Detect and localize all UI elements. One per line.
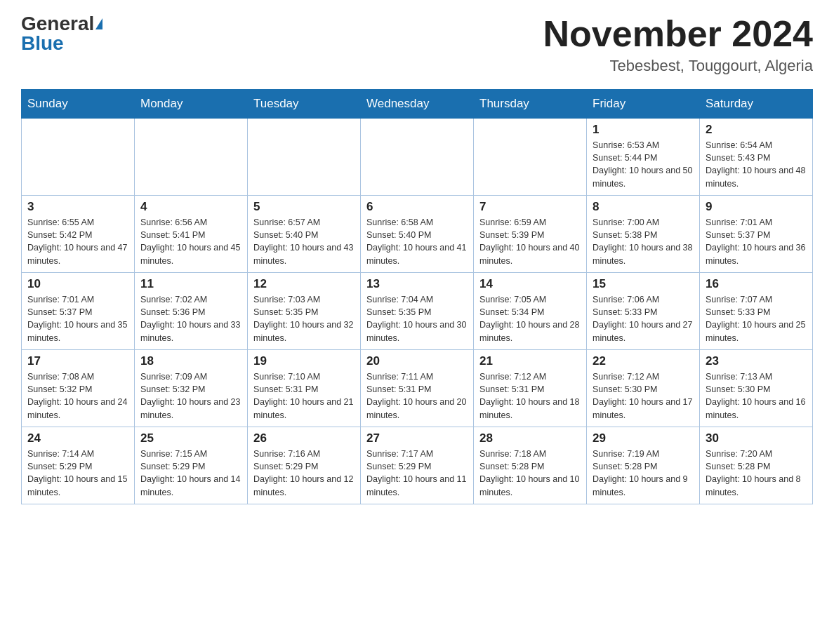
day-number: 22 — [593, 354, 694, 368]
day-number: 6 — [366, 200, 468, 214]
calendar-cell — [361, 119, 474, 196]
day-info: Sunrise: 7:15 AMSunset: 5:29 PMDaylight:… — [140, 448, 241, 499]
calendar-cell: 4Sunrise: 6:56 AMSunset: 5:41 PMDaylight… — [135, 196, 248, 273]
calendar-cell: 30Sunrise: 7:20 AMSunset: 5:28 PMDayligh… — [700, 427, 813, 504]
day-number: 18 — [140, 354, 241, 368]
day-info: Sunrise: 7:00 AMSunset: 5:38 PMDaylight:… — [593, 216, 694, 267]
logo: General Blue — [21, 14, 102, 53]
weekday-header-saturday: Saturday — [700, 90, 813, 119]
day-info: Sunrise: 7:12 AMSunset: 5:30 PMDaylight:… — [593, 370, 694, 422]
day-info: Sunrise: 7:08 AMSunset: 5:32 PMDaylight:… — [27, 370, 128, 422]
calendar-cell — [135, 119, 248, 196]
weekday-header-friday: Friday — [587, 90, 700, 119]
day-number: 7 — [479, 200, 581, 214]
day-number: 10 — [27, 277, 128, 291]
calendar-cell: 22Sunrise: 7:12 AMSunset: 5:30 PMDayligh… — [587, 350, 700, 427]
day-number: 1 — [593, 123, 694, 137]
day-number: 3 — [27, 200, 128, 214]
calendar-cell: 16Sunrise: 7:07 AMSunset: 5:33 PMDayligh… — [700, 273, 813, 350]
day-info: Sunrise: 7:12 AMSunset: 5:31 PMDaylight:… — [479, 370, 581, 422]
day-number: 2 — [706, 123, 807, 137]
day-info: Sunrise: 6:59 AMSunset: 5:39 PMDaylight:… — [479, 216, 581, 267]
day-info: Sunrise: 7:02 AMSunset: 5:36 PMDaylight:… — [140, 293, 241, 344]
calendar-cell — [22, 119, 135, 196]
day-number: 14 — [479, 277, 581, 291]
calendar-cell: 2Sunrise: 6:54 AMSunset: 5:43 PMDaylight… — [700, 119, 813, 196]
title-section: November 2024 Tebesbest, Touggourt, Alge… — [543, 14, 813, 75]
day-info: Sunrise: 7:20 AMSunset: 5:28 PMDaylight:… — [706, 448, 807, 499]
day-info: Sunrise: 7:10 AMSunset: 5:31 PMDaylight:… — [253, 370, 355, 422]
calendar-cell: 27Sunrise: 7:17 AMSunset: 5:29 PMDayligh… — [361, 427, 474, 504]
calendar-cell: 26Sunrise: 7:16 AMSunset: 5:29 PMDayligh… — [248, 427, 361, 504]
day-info: Sunrise: 6:56 AMSunset: 5:41 PMDaylight:… — [140, 216, 241, 267]
day-info: Sunrise: 7:07 AMSunset: 5:33 PMDaylight:… — [706, 293, 807, 344]
day-number: 5 — [253, 200, 355, 214]
calendar-cell: 28Sunrise: 7:18 AMSunset: 5:28 PMDayligh… — [474, 427, 587, 504]
weekday-header-tuesday: Tuesday — [248, 90, 361, 119]
day-info: Sunrise: 6:55 AMSunset: 5:42 PMDaylight:… — [27, 216, 128, 267]
day-number: 8 — [593, 200, 694, 214]
page-header: General Blue November 2024 Tebesbest, To… — [21, 14, 813, 75]
day-info: Sunrise: 6:53 AMSunset: 5:44 PMDaylight:… — [593, 139, 694, 190]
day-info: Sunrise: 7:13 AMSunset: 5:30 PMDaylight:… — [706, 370, 807, 422]
calendar-cell: 7Sunrise: 6:59 AMSunset: 5:39 PMDaylight… — [474, 196, 587, 273]
calendar-cell: 18Sunrise: 7:09 AMSunset: 5:32 PMDayligh… — [135, 350, 248, 427]
weekday-header-thursday: Thursday — [474, 90, 587, 119]
weekday-header-wednesday: Wednesday — [361, 90, 474, 119]
calendar-cell: 11Sunrise: 7:02 AMSunset: 5:36 PMDayligh… — [135, 273, 248, 350]
calendar-cell: 24Sunrise: 7:14 AMSunset: 5:29 PMDayligh… — [22, 427, 135, 504]
day-number: 25 — [140, 431, 241, 445]
day-number: 28 — [479, 431, 581, 445]
calendar-cell: 3Sunrise: 6:55 AMSunset: 5:42 PMDaylight… — [22, 196, 135, 273]
weekday-header-monday: Monday — [135, 90, 248, 119]
day-number: 17 — [27, 354, 128, 368]
weekday-header-row: SundayMondayTuesdayWednesdayThursdayFrid… — [22, 90, 813, 119]
day-number: 30 — [706, 431, 807, 445]
day-info: Sunrise: 7:09 AMSunset: 5:32 PMDaylight:… — [140, 370, 241, 422]
week-row-2: 3Sunrise: 6:55 AMSunset: 5:42 PMDaylight… — [22, 196, 813, 273]
calendar-cell: 10Sunrise: 7:01 AMSunset: 5:37 PMDayligh… — [22, 273, 135, 350]
calendar-cell: 6Sunrise: 6:58 AMSunset: 5:40 PMDaylight… — [361, 196, 474, 273]
day-info: Sunrise: 6:58 AMSunset: 5:40 PMDaylight:… — [366, 216, 468, 267]
day-number: 21 — [479, 354, 581, 368]
day-info: Sunrise: 7:18 AMSunset: 5:28 PMDaylight:… — [479, 448, 581, 499]
calendar-cell: 17Sunrise: 7:08 AMSunset: 5:32 PMDayligh… — [22, 350, 135, 427]
day-info: Sunrise: 7:01 AMSunset: 5:37 PMDaylight:… — [706, 216, 807, 267]
day-info: Sunrise: 7:03 AMSunset: 5:35 PMDaylight:… — [253, 293, 355, 344]
day-number: 20 — [366, 354, 468, 368]
day-number: 23 — [706, 354, 807, 368]
day-number: 15 — [593, 277, 694, 291]
calendar-table: SundayMondayTuesdayWednesdayThursdayFrid… — [21, 89, 813, 504]
calendar-cell: 5Sunrise: 6:57 AMSunset: 5:40 PMDaylight… — [248, 196, 361, 273]
day-info: Sunrise: 7:19 AMSunset: 5:28 PMDaylight:… — [593, 448, 694, 499]
day-info: Sunrise: 7:14 AMSunset: 5:29 PMDaylight:… — [27, 448, 128, 499]
calendar-cell: 20Sunrise: 7:11 AMSunset: 5:31 PMDayligh… — [361, 350, 474, 427]
calendar-cell: 29Sunrise: 7:19 AMSunset: 5:28 PMDayligh… — [587, 427, 700, 504]
logo-blue-text: Blue — [21, 34, 64, 53]
week-row-4: 17Sunrise: 7:08 AMSunset: 5:32 PMDayligh… — [22, 350, 813, 427]
weekday-header-sunday: Sunday — [22, 90, 135, 119]
calendar-cell: 1Sunrise: 6:53 AMSunset: 5:44 PMDaylight… — [587, 119, 700, 196]
logo-triangle-icon — [95, 18, 102, 29]
calendar-cell: 15Sunrise: 7:06 AMSunset: 5:33 PMDayligh… — [587, 273, 700, 350]
calendar-cell: 13Sunrise: 7:04 AMSunset: 5:35 PMDayligh… — [361, 273, 474, 350]
day-info: Sunrise: 7:11 AMSunset: 5:31 PMDaylight:… — [366, 370, 468, 422]
calendar-cell: 14Sunrise: 7:05 AMSunset: 5:34 PMDayligh… — [474, 273, 587, 350]
day-number: 9 — [706, 200, 807, 214]
day-info: Sunrise: 6:57 AMSunset: 5:40 PMDaylight:… — [253, 216, 355, 267]
day-number: 11 — [140, 277, 241, 291]
day-info: Sunrise: 7:01 AMSunset: 5:37 PMDaylight:… — [27, 293, 128, 344]
calendar-cell: 19Sunrise: 7:10 AMSunset: 5:31 PMDayligh… — [248, 350, 361, 427]
calendar-cell: 8Sunrise: 7:00 AMSunset: 5:38 PMDaylight… — [587, 196, 700, 273]
day-number: 13 — [366, 277, 468, 291]
day-number: 12 — [253, 277, 355, 291]
day-number: 27 — [366, 431, 468, 445]
day-number: 16 — [706, 277, 807, 291]
week-row-3: 10Sunrise: 7:01 AMSunset: 5:37 PMDayligh… — [22, 273, 813, 350]
day-info: Sunrise: 7:05 AMSunset: 5:34 PMDaylight:… — [479, 293, 581, 344]
day-number: 26 — [253, 431, 355, 445]
calendar-cell: 12Sunrise: 7:03 AMSunset: 5:35 PMDayligh… — [248, 273, 361, 350]
calendar-cell — [474, 119, 587, 196]
month-title: November 2024 — [543, 14, 813, 54]
calendar-cell: 9Sunrise: 7:01 AMSunset: 5:37 PMDaylight… — [700, 196, 813, 273]
